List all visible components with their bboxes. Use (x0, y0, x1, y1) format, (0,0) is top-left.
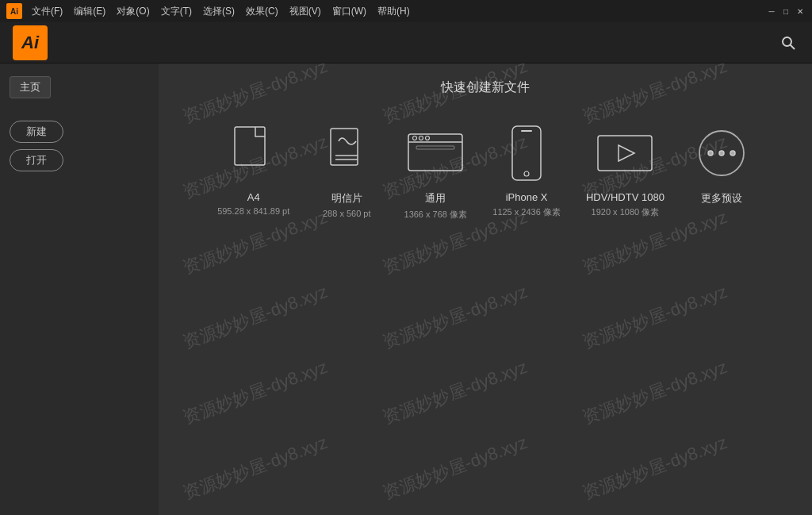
title-bar: Ai 文件(F)编辑(E)对象(O)文字(T)选择(S)效果(C)视图(V)窗口… (0, 0, 812, 22)
svg-point-14 (524, 171, 529, 176)
preset-card-4[interactable]: HDV/HDTV 10801920 x 1080 像素 (580, 115, 671, 225)
watermark-text: 资源妙妙屋-dy8.xyz (351, 408, 565, 515)
new-button[interactable]: 新建 (10, 121, 63, 143)
menu-item-H[interactable]: 帮助(H) (373, 3, 415, 20)
preset-icon-web (404, 121, 467, 185)
watermark-text: 资源妙妙屋-dy8.xyz (351, 332, 565, 471)
app-bar: Ai (0, 22, 812, 63)
window-controls: ─ □ ✕ (766, 6, 806, 17)
menu-item-S[interactable]: 选择(S) (198, 3, 239, 20)
preset-name-3: iPhone X (506, 191, 548, 203)
menu-bar: 文件(F)编辑(E)对象(O)文字(T)选择(S)效果(C)视图(V)窗口(W)… (27, 3, 415, 20)
svg-point-9 (419, 136, 423, 140)
preset-icon-phone (495, 121, 558, 185)
preset-icon-more (690, 121, 753, 185)
menu-item-O[interactable]: 对象(O) (112, 3, 154, 20)
watermark-text: 资源妙妙屋-dy8.xyz (551, 257, 764, 396)
preset-icon-postcard (315, 121, 378, 185)
watermark-text: 资源妙妙屋-dy8.xyz (551, 408, 764, 515)
svg-point-8 (413, 136, 417, 140)
svg-point-19 (719, 151, 724, 156)
preset-name-2: 通用 (425, 191, 446, 206)
menu-item-T[interactable]: 文字(T) (156, 3, 197, 20)
sidebar-buttons: 新建 打开 (10, 121, 149, 171)
preset-card-5[interactable]: 更多预设 (684, 115, 760, 215)
preset-size-3: 1125 x 2436 像素 (492, 206, 561, 218)
svg-rect-15 (598, 136, 652, 171)
svg-point-18 (708, 151, 713, 156)
home-tab[interactable]: 主页 (10, 76, 51, 98)
quick-create-section: 快速创建新文件 A4595.28 x 841.89 pt 明信片288 x 56… (174, 79, 796, 227)
quick-create-title: 快速创建新文件 (174, 79, 796, 96)
preset-card-1[interactable]: 明信片288 x 560 pt (308, 115, 385, 225)
svg-rect-2 (235, 127, 265, 165)
sidebar: 主页 新建 打开 (0, 63, 159, 515)
preset-size-2: 1366 x 768 像素 (404, 209, 468, 221)
svg-point-20 (730, 151, 735, 156)
minimize-button[interactable]: ─ (766, 6, 777, 17)
menu-item-W[interactable]: 窗口(W) (327, 3, 371, 20)
preset-name-4: HDV/HDTV 1080 (586, 191, 665, 203)
content-area: 资源妙妙屋-dy8.xyz资源妙妙屋-dy8.xyz资源妙妙屋-dy8.xyz资… (159, 63, 812, 515)
watermark-text: 资源妙妙屋-dy8.xyz (351, 257, 565, 396)
svg-rect-12 (512, 126, 541, 180)
presets-container: A4595.28 x 841.89 pt 明信片288 x 560 pt 通用1… (174, 115, 796, 227)
preset-card-0[interactable]: A4595.28 x 841.89 pt (211, 115, 296, 222)
watermark-text: 资源妙妙屋-dy8.xyz (159, 408, 366, 515)
ai-logo-large: Ai (13, 25, 48, 60)
menu-item-E[interactable]: 编辑(E) (69, 3, 110, 20)
menu-item-C[interactable]: 效果(C) (241, 3, 283, 20)
preset-icon-document (222, 121, 285, 185)
watermark-text: 资源妙妙屋-dy8.xyz (159, 332, 366, 471)
watermark-text: 资源妙妙屋-dy8.xyz (159, 257, 366, 396)
open-button[interactable]: 打开 (10, 149, 63, 171)
svg-rect-11 (416, 146, 454, 149)
preset-size-4: 1920 x 1080 像素 (592, 206, 660, 218)
title-bar-left: Ai 文件(F)编辑(E)对象(O)文字(T)选择(S)效果(C)视图(V)窗口… (6, 3, 415, 20)
svg-line-1 (791, 44, 795, 49)
svg-marker-16 (619, 145, 634, 161)
ai-logo-small: Ai (6, 3, 22, 19)
preset-name-1: 明信片 (331, 191, 362, 206)
menu-item-V[interactable]: 视图(V) (285, 3, 326, 20)
preset-name-5: 更多预设 (701, 191, 742, 206)
preset-card-2[interactable]: 通用1366 x 768 像素 (397, 115, 473, 227)
menu-item-F[interactable]: 文件(F) (27, 3, 67, 20)
preset-card-3[interactable]: iPhone X1125 x 2436 像素 (486, 115, 567, 225)
svg-point-0 (783, 37, 791, 46)
preset-icon-video (593, 121, 657, 185)
close-button[interactable]: ✕ (795, 6, 806, 17)
preset-size-1: 288 x 560 pt (323, 209, 371, 218)
main-layout: 主页 新建 打开 资源妙妙屋-dy8.xyz资源妙妙屋-dy8.xyz资源妙妙屋… (0, 63, 812, 515)
restore-button[interactable]: □ (780, 6, 791, 17)
watermark-text: 资源妙妙屋-dy8.xyz (551, 332, 764, 471)
search-button[interactable] (777, 32, 799, 54)
preset-size-0: 595.28 x 841.89 pt (217, 206, 289, 216)
svg-point-10 (426, 136, 430, 140)
preset-name-0: A4 (247, 191, 260, 203)
